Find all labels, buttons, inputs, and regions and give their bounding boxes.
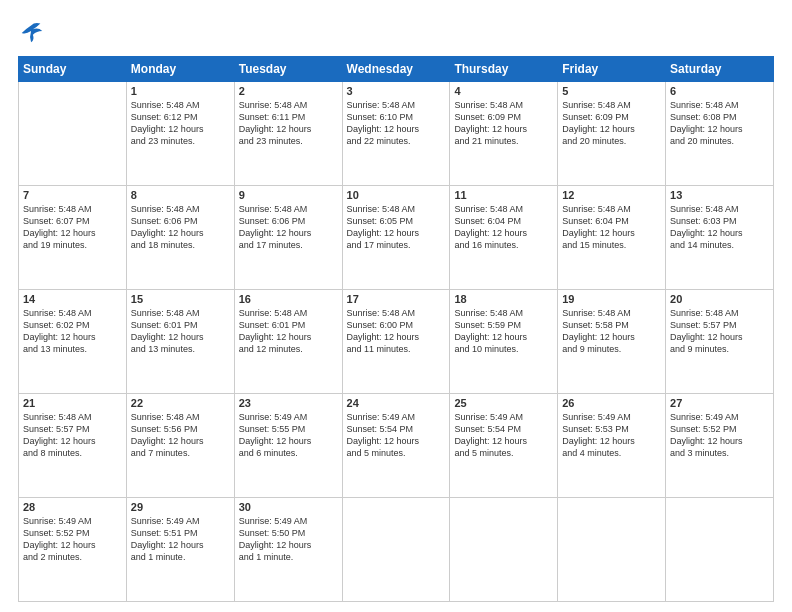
day-info: Sunrise: 5:48 AM Sunset: 6:01 PM Dayligh… xyxy=(239,307,338,356)
day-number: 29 xyxy=(131,501,230,513)
calendar-cell xyxy=(19,82,127,186)
day-number: 27 xyxy=(670,397,769,409)
day-info: Sunrise: 5:48 AM Sunset: 6:09 PM Dayligh… xyxy=(454,99,553,148)
day-number: 9 xyxy=(239,189,338,201)
calendar-cell: 5Sunrise: 5:48 AM Sunset: 6:09 PM Daylig… xyxy=(558,82,666,186)
calendar-cell xyxy=(342,498,450,602)
calendar-cell xyxy=(666,498,774,602)
calendar-table: SundayMondayTuesdayWednesdayThursdayFrid… xyxy=(18,56,774,602)
day-number: 11 xyxy=(454,189,553,201)
calendar-cell: 27Sunrise: 5:49 AM Sunset: 5:52 PM Dayli… xyxy=(666,394,774,498)
calendar-cell: 26Sunrise: 5:49 AM Sunset: 5:53 PM Dayli… xyxy=(558,394,666,498)
calendar-cell: 25Sunrise: 5:49 AM Sunset: 5:54 PM Dayli… xyxy=(450,394,558,498)
day-info: Sunrise: 5:48 AM Sunset: 6:02 PM Dayligh… xyxy=(23,307,122,356)
calendar-cell: 21Sunrise: 5:48 AM Sunset: 5:57 PM Dayli… xyxy=(19,394,127,498)
day-info: Sunrise: 5:48 AM Sunset: 5:58 PM Dayligh… xyxy=(562,307,661,356)
day-info: Sunrise: 5:48 AM Sunset: 6:00 PM Dayligh… xyxy=(347,307,446,356)
calendar-cell: 3Sunrise: 5:48 AM Sunset: 6:10 PM Daylig… xyxy=(342,82,450,186)
day-number: 19 xyxy=(562,293,661,305)
day-info: Sunrise: 5:48 AM Sunset: 5:57 PM Dayligh… xyxy=(670,307,769,356)
logo-icon xyxy=(18,18,46,46)
day-number: 20 xyxy=(670,293,769,305)
day-number: 22 xyxy=(131,397,230,409)
weekday-header: Monday xyxy=(126,57,234,82)
day-info: Sunrise: 5:49 AM Sunset: 5:55 PM Dayligh… xyxy=(239,411,338,460)
day-info: Sunrise: 5:48 AM Sunset: 6:04 PM Dayligh… xyxy=(562,203,661,252)
calendar-cell: 18Sunrise: 5:48 AM Sunset: 5:59 PM Dayli… xyxy=(450,290,558,394)
day-number: 14 xyxy=(23,293,122,305)
day-info: Sunrise: 5:48 AM Sunset: 6:12 PM Dayligh… xyxy=(131,99,230,148)
day-number: 10 xyxy=(347,189,446,201)
calendar-cell: 7Sunrise: 5:48 AM Sunset: 6:07 PM Daylig… xyxy=(19,186,127,290)
calendar-week-row: 7Sunrise: 5:48 AM Sunset: 6:07 PM Daylig… xyxy=(19,186,774,290)
day-number: 18 xyxy=(454,293,553,305)
day-info: Sunrise: 5:49 AM Sunset: 5:51 PM Dayligh… xyxy=(131,515,230,564)
day-number: 30 xyxy=(239,501,338,513)
day-info: Sunrise: 5:49 AM Sunset: 5:54 PM Dayligh… xyxy=(347,411,446,460)
day-info: Sunrise: 5:48 AM Sunset: 6:03 PM Dayligh… xyxy=(670,203,769,252)
day-info: Sunrise: 5:48 AM Sunset: 5:56 PM Dayligh… xyxy=(131,411,230,460)
calendar-cell: 17Sunrise: 5:48 AM Sunset: 6:00 PM Dayli… xyxy=(342,290,450,394)
day-number: 17 xyxy=(347,293,446,305)
weekday-header: Tuesday xyxy=(234,57,342,82)
calendar-cell: 11Sunrise: 5:48 AM Sunset: 6:04 PM Dayli… xyxy=(450,186,558,290)
day-info: Sunrise: 5:49 AM Sunset: 5:53 PM Dayligh… xyxy=(562,411,661,460)
calendar-cell: 6Sunrise: 5:48 AM Sunset: 6:08 PM Daylig… xyxy=(666,82,774,186)
weekday-header: Thursday xyxy=(450,57,558,82)
day-number: 8 xyxy=(131,189,230,201)
calendar-cell: 9Sunrise: 5:48 AM Sunset: 6:06 PM Daylig… xyxy=(234,186,342,290)
calendar-cell: 10Sunrise: 5:48 AM Sunset: 6:05 PM Dayli… xyxy=(342,186,450,290)
calendar-cell: 1Sunrise: 5:48 AM Sunset: 6:12 PM Daylig… xyxy=(126,82,234,186)
calendar-cell xyxy=(450,498,558,602)
calendar-week-row: 1Sunrise: 5:48 AM Sunset: 6:12 PM Daylig… xyxy=(19,82,774,186)
day-number: 2 xyxy=(239,85,338,97)
day-number: 13 xyxy=(670,189,769,201)
day-info: Sunrise: 5:48 AM Sunset: 6:08 PM Dayligh… xyxy=(670,99,769,148)
day-number: 21 xyxy=(23,397,122,409)
day-number: 23 xyxy=(239,397,338,409)
calendar-cell: 28Sunrise: 5:49 AM Sunset: 5:52 PM Dayli… xyxy=(19,498,127,602)
day-number: 7 xyxy=(23,189,122,201)
day-info: Sunrise: 5:48 AM Sunset: 5:57 PM Dayligh… xyxy=(23,411,122,460)
header xyxy=(18,18,774,46)
day-info: Sunrise: 5:48 AM Sunset: 6:09 PM Dayligh… xyxy=(562,99,661,148)
day-info: Sunrise: 5:49 AM Sunset: 5:52 PM Dayligh… xyxy=(670,411,769,460)
calendar-cell xyxy=(558,498,666,602)
calendar-cell: 19Sunrise: 5:48 AM Sunset: 5:58 PM Dayli… xyxy=(558,290,666,394)
day-number: 3 xyxy=(347,85,446,97)
calendar-cell: 22Sunrise: 5:48 AM Sunset: 5:56 PM Dayli… xyxy=(126,394,234,498)
calendar-cell: 2Sunrise: 5:48 AM Sunset: 6:11 PM Daylig… xyxy=(234,82,342,186)
calendar-cell: 4Sunrise: 5:48 AM Sunset: 6:09 PM Daylig… xyxy=(450,82,558,186)
weekday-header: Wednesday xyxy=(342,57,450,82)
calendar-cell: 20Sunrise: 5:48 AM Sunset: 5:57 PM Dayli… xyxy=(666,290,774,394)
calendar-cell: 30Sunrise: 5:49 AM Sunset: 5:50 PM Dayli… xyxy=(234,498,342,602)
calendar-cell: 23Sunrise: 5:49 AM Sunset: 5:55 PM Dayli… xyxy=(234,394,342,498)
header-row: SundayMondayTuesdayWednesdayThursdayFrid… xyxy=(19,57,774,82)
day-info: Sunrise: 5:48 AM Sunset: 6:11 PM Dayligh… xyxy=(239,99,338,148)
day-info: Sunrise: 5:49 AM Sunset: 5:50 PM Dayligh… xyxy=(239,515,338,564)
weekday-header: Sunday xyxy=(19,57,127,82)
day-number: 16 xyxy=(239,293,338,305)
day-info: Sunrise: 5:48 AM Sunset: 6:10 PM Dayligh… xyxy=(347,99,446,148)
day-info: Sunrise: 5:49 AM Sunset: 5:54 PM Dayligh… xyxy=(454,411,553,460)
day-number: 26 xyxy=(562,397,661,409)
calendar-week-row: 14Sunrise: 5:48 AM Sunset: 6:02 PM Dayli… xyxy=(19,290,774,394)
page: SundayMondayTuesdayWednesdayThursdayFrid… xyxy=(0,0,792,612)
logo xyxy=(18,18,50,46)
weekday-header: Friday xyxy=(558,57,666,82)
day-number: 15 xyxy=(131,293,230,305)
calendar-week-row: 21Sunrise: 5:48 AM Sunset: 5:57 PM Dayli… xyxy=(19,394,774,498)
day-number: 24 xyxy=(347,397,446,409)
day-number: 4 xyxy=(454,85,553,97)
day-info: Sunrise: 5:48 AM Sunset: 6:04 PM Dayligh… xyxy=(454,203,553,252)
day-number: 25 xyxy=(454,397,553,409)
calendar-cell: 16Sunrise: 5:48 AM Sunset: 6:01 PM Dayli… xyxy=(234,290,342,394)
day-info: Sunrise: 5:48 AM Sunset: 5:59 PM Dayligh… xyxy=(454,307,553,356)
calendar-cell: 15Sunrise: 5:48 AM Sunset: 6:01 PM Dayli… xyxy=(126,290,234,394)
day-number: 12 xyxy=(562,189,661,201)
weekday-header: Saturday xyxy=(666,57,774,82)
day-info: Sunrise: 5:48 AM Sunset: 6:06 PM Dayligh… xyxy=(239,203,338,252)
calendar-week-row: 28Sunrise: 5:49 AM Sunset: 5:52 PM Dayli… xyxy=(19,498,774,602)
day-number: 28 xyxy=(23,501,122,513)
day-info: Sunrise: 5:48 AM Sunset: 6:05 PM Dayligh… xyxy=(347,203,446,252)
